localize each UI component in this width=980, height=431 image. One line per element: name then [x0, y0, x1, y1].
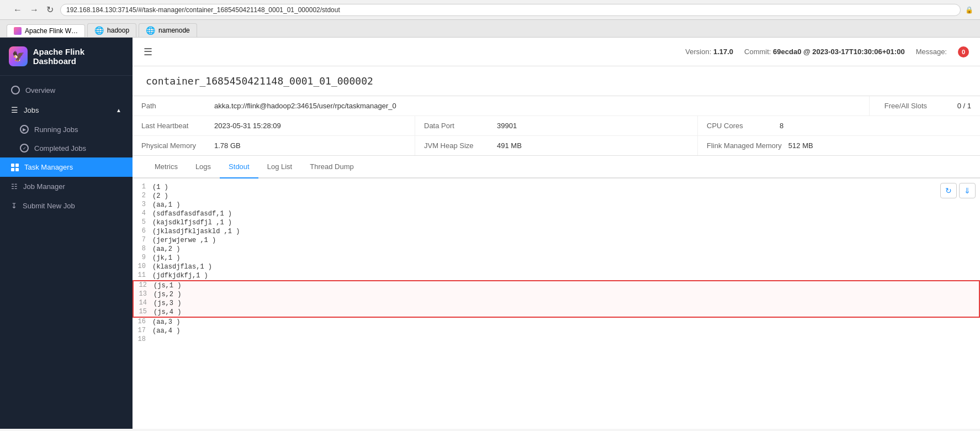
sidebar-item-running-jobs[interactable]: ▶ Running Jobs [0, 120, 133, 139]
code-line: 16(aa,3 ) [133, 318, 980, 327]
line-content: (aa,2 ) [152, 245, 180, 254]
commit-value: 69ecda0 @ 2023-03-17T10:30:06+01:00 [773, 48, 905, 56]
info-cell-path: Path akka.tcp://flink@hadoop2:34615/user… [133, 96, 870, 115]
jvm-heap-label: JVM Heap Size [424, 141, 490, 150]
sidebar-logo: 🦅 Apache Flink Dashboard [0, 38, 133, 76]
info-row-3: Physical Memory 1.78 GB JVM Heap Size 49… [133, 136, 980, 155]
heartbeat-label: Last Heartbeat [141, 122, 208, 130]
tab-stdout[interactable]: Stdout [220, 156, 258, 178]
code-line: 14(js,3 ) [133, 299, 980, 308]
address-bar[interactable]: 192.168.184.130:37145/#/task-manager/con… [60, 4, 961, 16]
sidebar-item-overview[interactable]: Overview [0, 80, 133, 100]
code-line: 7(jerjwjerwe ,1 ) [133, 236, 980, 245]
line-number: 18 [133, 335, 152, 343]
sidebar-label-completed-jobs: Completed Jobs [34, 144, 86, 153]
code-line: 8(aa,2 ) [133, 245, 980, 254]
sidebar-item-job-manager[interactable]: ☷ Job Manager [0, 177, 133, 196]
code-container: 1(1 )2(2 )3(aa,1 )4(sdfasdfasdfasdf,1 )5… [133, 183, 980, 343]
line-content: (jklasdjfkljaskld ,1 ) [152, 227, 240, 236]
browser-tab-namenode[interactable]: 🌐 namenode [139, 23, 197, 37]
hadoop-tab-icon: 🌐 [94, 26, 104, 35]
browser-tab-hadoop[interactable]: 🌐 hadoop [87, 23, 136, 37]
sidebar-label-job-manager: Job Manager [23, 182, 65, 191]
code-line: 10(klasdjflas,1 ) [133, 262, 980, 271]
top-bar: ☰ Version: 1.17.0 Commit: 69ecda0 @ 2023… [133, 38, 980, 66]
security-icon: 🔒 [965, 6, 973, 14]
version-info: Version: 1.17.0 [685, 48, 733, 56]
code-line: 2(2 ) [133, 192, 980, 201]
jobs-chevron-icon: ▲ [116, 107, 121, 113]
line-number: 3 [133, 201, 152, 208]
line-content: (jerjwjerwe ,1 ) [152, 236, 216, 245]
job-manager-icon: ☷ [11, 182, 18, 191]
download-button[interactable]: ⇓ [959, 183, 976, 198]
back-button[interactable]: ← [11, 4, 24, 16]
tab-logs[interactable]: Logs [187, 156, 220, 178]
sidebar-item-task-managers[interactable]: Task Managers [0, 157, 133, 177]
line-content: (js,4 ) [153, 308, 181, 317]
forward-button[interactable]: → [28, 4, 41, 16]
top-bar-right: Version: 1.17.0 Commit: 69ecda0 @ 2023-0… [685, 46, 969, 57]
hamburger-icon[interactable]: ☰ [144, 46, 152, 58]
line-content: (2 ) [152, 192, 168, 201]
info-cell-flink-memory: Flink Managed Memory 512 MB [698, 136, 980, 155]
physical-memory-label: Physical Memory [141, 141, 208, 150]
app-logo-icon: 🦅 [9, 46, 28, 66]
submit-job-icon: ↧ [11, 202, 17, 210]
line-content: (jdfkjdkfj,1 ) [152, 271, 208, 280]
top-bar-left: ☰ [144, 46, 152, 58]
code-toolbar: ↻ ⇓ [940, 183, 976, 198]
browser-tab-flink[interactable]: Apache Flink W… [7, 24, 85, 37]
line-content: (jk,1 ) [152, 254, 180, 262]
code-line: 15(js,4 ) [133, 308, 980, 318]
code-line: 11(jdfkjdkfj,1 ) [133, 271, 980, 280]
sidebar-label-jobs: Jobs [24, 106, 39, 114]
line-content: (aa,3 ) [152, 318, 180, 327]
code-line: 13(js,2 ) [133, 290, 980, 299]
sidebar-item-jobs[interactable]: ☰ Jobs ▲ [0, 100, 133, 120]
refresh-button[interactable]: ↻ [940, 183, 957, 198]
code-line: 17(aa,4 ) [133, 327, 980, 335]
tab-metrics[interactable]: Metrics [146, 156, 187, 178]
tab-log-list[interactable]: Log List [258, 156, 301, 178]
line-number: 16 [133, 318, 152, 325]
info-cell-cpu: CPU Cores 8 [698, 116, 980, 135]
line-number: 12 [134, 281, 153, 289]
code-line: 3(aa,1 ) [133, 201, 980, 209]
page-header: container_1685450421148_0001_01_000002 [133, 66, 980, 96]
path-label: Path [141, 102, 208, 110]
free-slots-label: Free/All Slots [884, 102, 951, 110]
flink-tab-label: Apache Flink W… [25, 27, 78, 35]
version-label: Version: [685, 48, 711, 56]
line-content: (js,3 ) [153, 299, 181, 308]
sidebar-item-submit-new-job[interactable]: ↧ Submit New Job [0, 196, 133, 216]
code-area: — ↻ ⇓ 1(1 )2(2 )3(aa,1 )4(sdfasdfasdfasd… [133, 178, 980, 429]
line-content: (js,1 ) [153, 281, 181, 290]
commit-label: Commit: [744, 48, 771, 56]
line-content: (aa,4 ) [152, 327, 180, 335]
free-slots-value: 0 / 1 [957, 102, 971, 110]
tab-thread-dump[interactable]: Thread Dump [301, 156, 362, 178]
container-title: container_1685450421148_0001_01_000002 [146, 75, 967, 87]
info-cell-physical-memory: Physical Memory 1.78 GB [133, 136, 415, 155]
sidebar-label-running-jobs: Running Jobs [34, 125, 78, 134]
line-number: 2 [133, 192, 152, 199]
line-content: (aa,1 ) [152, 201, 180, 209]
commit-info: Commit: 69ecda0 @ 2023-03-17T10:30:06+01… [744, 48, 905, 56]
data-port-label: Data Port [424, 122, 490, 130]
message-info: Message: [916, 48, 947, 56]
flink-memory-value: 512 MB [788, 141, 813, 150]
code-line: 18 [133, 335, 980, 343]
cpu-value: 8 [780, 122, 783, 130]
code-line: 12(js,1 ) [133, 280, 980, 290]
info-cell-free-slots: Free/All Slots 0 / 1 [870, 96, 980, 115]
sidebar-label-task-managers: Task Managers [24, 163, 73, 171]
browser-nav: ← → ↻ [11, 3, 56, 16]
sidebar-item-completed-jobs[interactable]: ✓ Completed Jobs [0, 139, 133, 157]
line-number: 1 [133, 183, 152, 191]
code-line: 5(kajsdklfjsdfjl ,1 ) [133, 218, 980, 227]
code-line: 4(sdfasdfasdfasdf,1 ) [133, 209, 980, 218]
reload-button[interactable]: ↻ [44, 3, 56, 16]
flink-tab-icon [14, 27, 22, 35]
app-container: 🦅 Apache Flink Dashboard Overview ☰ Jobs… [0, 38, 980, 429]
